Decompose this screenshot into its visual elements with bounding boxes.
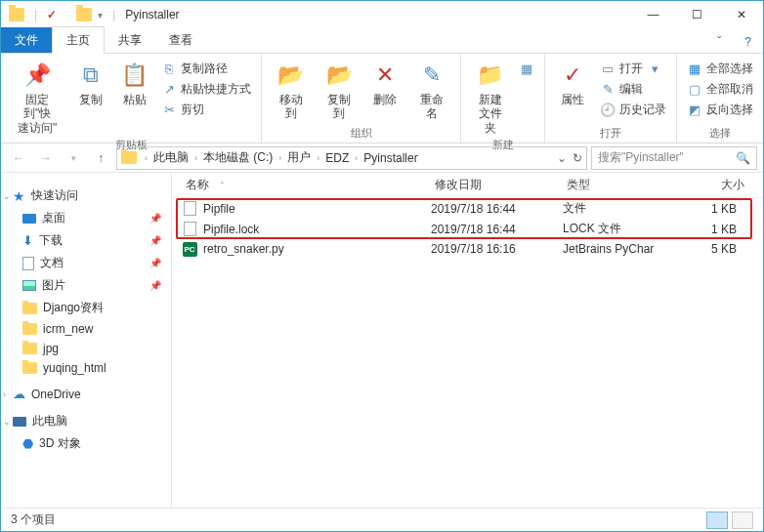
pin-to-quick-access-button[interactable]: 📌固定到"快 速访问" [7,58,67,137]
pin-icon: 📌 [149,280,161,291]
ribbon-tabs: 文件 主页 共享 查看 ˇ ? [1,28,763,54]
search-placeholder: 搜索"Pyinstaller" [598,149,684,166]
refresh-icon[interactable]: ↻ [573,151,582,165]
select-none-button[interactable]: ▢全部取消 [683,80,757,99]
paste-button[interactable]: 📋粘贴 [113,58,155,108]
navigation-pane[interactable]: ⌄★快速访问 桌面📌 ⬇下载📌 文档📌 图片📌 Django资料 icrm_ne… [1,173,172,508]
ribbon-group-open: ✓属性 ▭打开▾ ✎编辑 🕘历史记录 打开 [545,54,677,143]
col-name[interactable]: 名称ˆ [182,177,431,193]
delete-button[interactable]: ✕删除 [364,58,406,108]
icons-view-button[interactable] [732,512,753,529]
crumb[interactable]: 本地磁盘 (C:) [201,149,275,166]
crumb[interactable]: Pyinstaller [361,151,419,165]
col-type[interactable]: 类型 [563,177,690,193]
chevron-down-icon[interactable]: ▾ [98,10,103,20]
minimize-button[interactable]: — [631,1,675,28]
tab-file[interactable]: 文件 [1,27,52,53]
invert-selection-button[interactable]: ◩反向选择 [683,101,757,119]
caret-icon[interactable]: › [143,153,149,163]
title-bar: | ✓ ▾ | Pyinstaller — ☐ ✕ [1,1,763,28]
tab-share[interactable]: 共享 [105,27,155,53]
checkmark-icon[interactable]: ✓ [47,8,57,21]
new-folder-button[interactable]: 📁新建 文件夹 [467,58,513,137]
new-item-button[interactable]: ▦ [515,60,538,77]
search-input[interactable]: 搜索"Pyinstaller" 🔍 [591,146,757,170]
group-label: 选择 [683,125,757,141]
crumb[interactable]: EDZ [323,151,351,165]
help-button[interactable]: ? [733,31,763,53]
up-button[interactable]: ↑ [89,146,112,170]
quick-access-toolbar: | ✓ ▾ | [1,8,119,21]
properties-button[interactable]: ✓属性 [551,58,594,108]
ribbon-group-clipboard: 📌固定到"快 速访问" ⧉复制 📋粘贴 ⎘复制路径 ↗粘贴快捷方式 ✂剪切 剪贴… [1,54,262,143]
sidebar-item-folder[interactable]: jpg [1,339,171,358]
recent-dropdown[interactable]: ▾ [62,146,85,170]
caret-icon[interactable]: › [276,153,283,163]
copy-to-button[interactable]: 📂复制到 [316,58,361,123]
paste-shortcut-button[interactable]: ↗粘贴快捷方式 [157,80,255,99]
window-controls: — ☐ ✕ [631,1,763,28]
history-button[interactable]: 🕘历史记录 [596,101,670,119]
forward-button[interactable]: → [34,146,58,170]
open-button[interactable]: ▭打开▾ [596,60,670,78]
maximize-button[interactable]: ☐ [675,1,719,28]
back-button[interactable]: ← [7,146,30,170]
folder-icon [121,151,137,164]
sidebar-item-downloads[interactable]: ⬇下载📌 [1,229,171,252]
ribbon: 📌固定到"快 速访问" ⧉复制 📋粘贴 ⎘复制路径 ↗粘贴快捷方式 ✂剪切 剪贴… [1,54,763,143]
separator: | [34,8,37,21]
crumb[interactable]: 此电脑 [151,149,191,166]
sidebar-item-folder[interactable]: icrm_new [1,319,171,339]
search-icon: 🔍 [736,151,750,165]
pin-icon: 📌 [149,213,161,224]
file-row[interactable]: PCretro_snaker.py 2019/7/18 16:16 JetBra… [172,239,763,259]
pycharm-icon: PC [182,241,197,257]
file-rows: Pipfile 2019/7/18 16:44 文件 1 KB Pipfile.… [172,198,763,259]
caret-icon[interactable]: › [315,153,321,163]
sidebar-item-documents[interactable]: 文档📌 [1,252,171,274]
sidebar-quick-access[interactable]: ⌄★快速访问 [1,184,171,207]
copy-path-button[interactable]: ⎘复制路径 [157,60,255,78]
folder-icon[interactable] [76,8,92,21]
sidebar-item-folder[interactable]: Django资料 [1,297,171,319]
col-date[interactable]: 修改日期 [431,177,563,193]
content-area: ⌄★快速访问 桌面📌 ⬇下载📌 文档📌 图片📌 Django资料 icrm_ne… [1,173,763,508]
move-to-button[interactable]: 📂移动到 [268,58,314,123]
tab-view[interactable]: 查看 [155,27,206,53]
highlight-box [176,198,752,239]
sidebar-item-folder[interactable]: yuqing_html [1,358,171,378]
pin-icon: 📌 [149,235,161,246]
folder-icon [9,8,24,21]
sidebar-onedrive[interactable]: ›☁OneDrive [1,384,171,404]
close-button[interactable]: ✕ [719,1,763,28]
sort-arrow-icon: ˆ [221,181,224,190]
sidebar-item-desktop[interactable]: 桌面📌 [1,207,171,229]
pin-icon: 📌 [149,258,161,268]
group-label: 组织 [268,125,454,141]
edit-button[interactable]: ✎编辑 [596,80,670,99]
caret-icon[interactable]: › [192,153,199,163]
tab-home[interactable]: 主页 [52,26,105,54]
sidebar-item-3d[interactable]: ⬣3D 对象 [1,432,171,455]
window-title: Pyinstaller [125,8,179,21]
col-size[interactable]: 大小 [690,177,748,193]
select-all-button[interactable]: ▦全部选择 [683,60,757,78]
ribbon-group-new: 📁新建 文件夹 ▦ 新建 [461,54,545,143]
cut-button[interactable]: ✂剪切 [157,101,255,119]
ribbon-group-select: ▦全部选择 ▢全部取消 ◩反向选择 选择 [677,54,763,143]
sidebar-item-pictures[interactable]: 图片📌 [1,274,171,297]
column-headers: 名称ˆ 修改日期 类型 大小 [172,173,763,198]
details-view-button[interactable] [706,512,728,529]
copy-button[interactable]: ⧉复制 [69,58,111,108]
file-list-pane: 名称ˆ 修改日期 类型 大小 Pipfile 2019/7/18 16:44 文… [172,173,763,508]
group-label: 打开 [551,125,670,141]
address-bar[interactable]: › 此电脑› 本地磁盘 (C:)› 用户› EDZ› Pyinstaller ⌄… [116,146,587,170]
sidebar-this-pc[interactable]: ⌄此电脑 [1,410,171,432]
rename-button[interactable]: ✎重命名 [408,58,454,123]
caret-icon[interactable]: › [353,153,360,163]
status-bar: 3 个项目 [1,508,763,531]
ribbon-collapse-button[interactable]: ˇ [705,31,733,53]
ribbon-group-organize: 📂移动到 📂复制到 ✕删除 ✎重命名 组织 [262,54,461,143]
crumb[interactable]: 用户 [285,149,313,166]
dropdown-icon[interactable]: ⌄ [557,151,567,165]
